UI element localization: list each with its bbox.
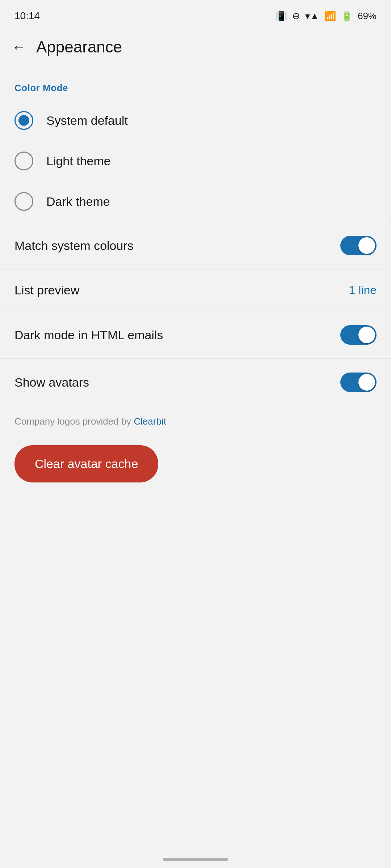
- color-mode-header: Color Mode: [0, 72, 391, 100]
- radio-light-theme[interactable]: Light theme: [0, 141, 391, 181]
- radio-label-light-theme: Light theme: [46, 154, 111, 168]
- status-bar: 10:14 📳 ⊖ ▾▲ 📶 🔋 69%: [0, 0, 391, 29]
- match-system-colours-label: Match system colours: [14, 239, 134, 253]
- show-avatars-knob: [358, 374, 375, 391]
- battery-icon: 🔋: [341, 10, 353, 22]
- dnd-icon: ⊖: [292, 10, 300, 22]
- status-time: 10:14: [14, 10, 40, 22]
- dark-mode-html-toggle[interactable]: [340, 325, 377, 345]
- radio-label-system-default: System default: [46, 114, 128, 128]
- radio-dark-theme[interactable]: Dark theme: [0, 181, 391, 222]
- company-info: Company logos provided by Clearbit: [0, 406, 391, 434]
- list-preview-label: List preview: [14, 283, 80, 297]
- list-preview-row[interactable]: List preview 1 line: [0, 269, 391, 311]
- wifi-icon: ▾▲: [305, 10, 319, 22]
- vibrate-icon: 📳: [276, 10, 287, 22]
- signal-icon: 📶: [324, 10, 336, 22]
- page-title: Appearance: [36, 38, 122, 56]
- company-info-text: Company logos provided by: [14, 416, 134, 427]
- radio-circle-system-default: [14, 111, 33, 130]
- status-icons: 📳 ⊖ ▾▲ 📶 🔋 69%: [276, 10, 377, 22]
- clear-avatar-cache-button[interactable]: Clear avatar cache: [14, 445, 158, 482]
- clearbit-link[interactable]: Clearbit: [134, 416, 167, 427]
- back-icon[interactable]: ←: [12, 39, 26, 55]
- radio-system-default[interactable]: System default: [0, 100, 391, 141]
- app-bar: ← Appearance: [0, 29, 391, 65]
- match-system-colours-knob: [358, 237, 375, 254]
- dark-mode-html-knob: [358, 327, 375, 343]
- battery-percentage: 69%: [358, 10, 377, 22]
- show-avatars-label: Show avatars: [14, 375, 89, 390]
- list-preview-value: 1 line: [349, 284, 377, 297]
- match-system-colours-toggle[interactable]: [340, 236, 377, 255]
- match-system-colours-row: Match system colours: [0, 222, 391, 269]
- show-avatars-row: Show avatars: [0, 358, 391, 406]
- radio-inner-system-default: [18, 115, 29, 126]
- radio-circle-light-theme: [14, 152, 33, 170]
- content: Color Mode System default Light theme Da…: [0, 65, 391, 504]
- radio-label-dark-theme: Dark theme: [46, 195, 110, 209]
- home-indicator: [163, 858, 228, 861]
- radio-circle-dark-theme: [14, 192, 33, 211]
- show-avatars-toggle[interactable]: [340, 373, 377, 392]
- dark-mode-html-label: Dark mode in HTML emails: [14, 328, 163, 342]
- dark-mode-html-row: Dark mode in HTML emails: [0, 311, 391, 358]
